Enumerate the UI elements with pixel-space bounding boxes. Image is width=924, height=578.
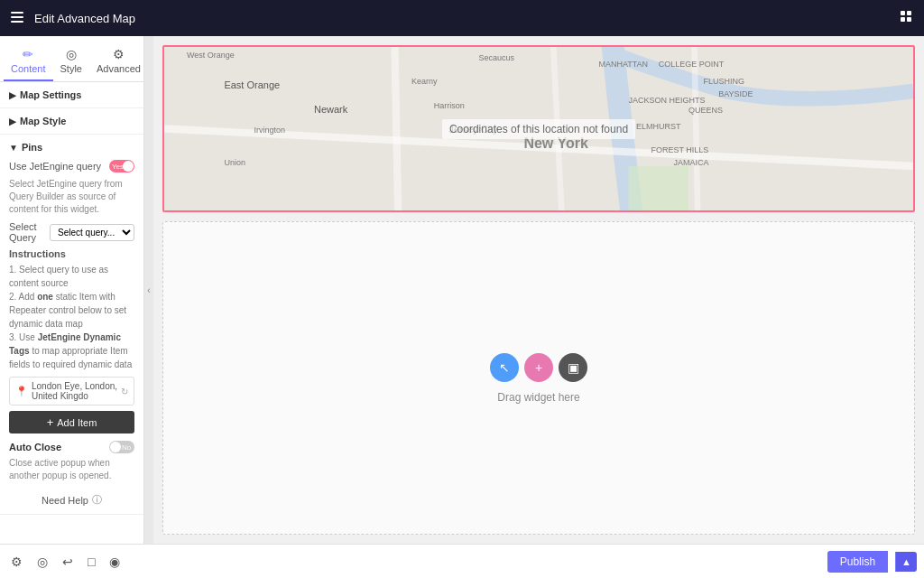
bottom-bar: ⚙ ◎ ↩ □ ◉ Publish ▲	[0, 544, 924, 578]
auto-close-section: Auto Close No Close active popup when an…	[9, 441, 134, 482]
add-item-button[interactable]: + Add Item	[9, 411, 134, 434]
settings-icon[interactable]: ⚙	[7, 551, 26, 573]
publish-button[interactable]: Publish	[827, 551, 888, 573]
advanced-icon: ⚙	[113, 47, 125, 61]
toggle-yes-text: Yes	[109, 163, 124, 171]
location-text: London Eye, London, United Kingdo	[32, 381, 121, 401]
collapse-handle[interactable]: ‹	[144, 36, 153, 544]
widget-drop-area[interactable]: ↖ + ▣ Drag widget here	[162, 221, 915, 535]
jetengine-query-label: Use JetEngine query	[9, 161, 101, 172]
content-icon: ✏	[23, 47, 33, 61]
sidebar-tabs: ✏ Content ◎ Style ⚙ Advanced	[0, 36, 143, 82]
svg-rect-2	[11, 21, 23, 23]
widget-cursor-icon[interactable]: ↖	[490, 353, 519, 382]
publish-dropdown-button[interactable]: ▲	[895, 552, 917, 572]
svg-rect-14	[629, 166, 688, 210]
svg-rect-4	[907, 11, 911, 15]
svg-rect-0	[11, 12, 23, 14]
auto-close-row: Auto Close No	[9, 441, 134, 453]
pins-section: ▼ Pins Use JetEngine query Yes Select Je…	[0, 135, 143, 515]
instructions-title: Instructions	[9, 248, 134, 259]
style-icon: ◎	[66, 47, 77, 61]
map-background: West Orange Secaucus MANHATTAN East Oran…	[164, 47, 913, 210]
map-settings-label: Map Settings	[20, 89, 81, 100]
tab-advanced-label: Advanced	[97, 63, 141, 74]
map-style-arrow: ▶	[9, 117, 16, 126]
pins-arrow: ▼	[9, 143, 18, 153]
svg-rect-5	[901, 17, 905, 22]
auto-close-knob	[110, 442, 121, 452]
map-error-text: Coordinates of this location not found	[442, 119, 635, 139]
tab-content[interactable]: ✏ Content	[4, 43, 53, 81]
map-settings-header[interactable]: ▶ Map Settings	[0, 82, 143, 108]
auto-close-toggle[interactable]: No	[109, 441, 134, 453]
widget-square-icon[interactable]: ▣	[559, 353, 587, 382]
jetengine-help-text: Select JetEngine query from Query Builde…	[9, 178, 134, 216]
map-style-label: Map Style	[20, 116, 66, 126]
drag-widget-text: Drag widget here	[497, 391, 579, 404]
pins-label-text: Pins	[22, 142, 42, 153]
auto-close-description: Close active popup when another popup is…	[9, 457, 134, 482]
instructions-section: Instructions 1. Select query to use as c…	[9, 248, 134, 371]
history-icon[interactable]: □	[84, 551, 98, 573]
svg-rect-6	[907, 17, 911, 22]
main-layout: ✏ Content ◎ Style ⚙ Advanced ▶ Map Setti…	[0, 36, 924, 544]
plus-icon: +	[47, 415, 54, 429]
select-query-dropdown[interactable]: Select query...	[50, 224, 134, 241]
sidebar-content: ▶ Map Settings ▶ Map Style ▼ Pins Use Je…	[0, 82, 143, 544]
circle-icon[interactable]: ◎	[33, 551, 51, 573]
grid-icon[interactable]	[901, 11, 913, 26]
tab-content-label: Content	[11, 63, 46, 74]
location-item: 📍 London Eye, London, United Kingdo ↻	[9, 377, 134, 406]
toggle-knob	[123, 161, 134, 172]
jetengine-query-row: Use JetEngine query Yes	[9, 160, 134, 172]
pins-header[interactable]: ▼ Pins	[9, 142, 134, 153]
undo-icon[interactable]: ↩	[59, 551, 77, 573]
jetengine-query-toggle[interactable]: Yes	[109, 160, 134, 172]
refresh-icon[interactable]: ↻	[121, 387, 128, 396]
page-title: Edit Advanced Map	[34, 12, 901, 25]
auto-close-label: Auto Close	[9, 442, 61, 452]
svg-rect-1	[11, 16, 23, 18]
location-icon: 📍	[15, 386, 28, 397]
tab-style[interactable]: ◎ Style	[53, 43, 89, 81]
main-content: West Orange Secaucus MANHATTAN East Oran…	[153, 36, 924, 544]
tab-style-label: Style	[60, 63, 82, 74]
select-query-label: Select Query	[9, 221, 46, 243]
map-container: West Orange Secaucus MANHATTAN East Oran…	[162, 45, 915, 212]
menu-icon[interactable]	[11, 12, 23, 25]
select-query-section: Select Query Select query...	[9, 221, 134, 243]
instructions-text: 1. Select query to use as content source…	[9, 263, 134, 371]
widget-plus-icon[interactable]: +	[524, 353, 553, 382]
select-query-row: Select Query Select query...	[9, 221, 134, 243]
need-help-text: Need Help	[42, 495, 88, 506]
responsive-icon[interactable]: ◉	[106, 551, 124, 573]
widget-icons-row: ↖ + ▣	[490, 353, 587, 382]
help-icon: ⓘ	[92, 493, 102, 507]
top-bar: Edit Advanced Map	[0, 0, 924, 36]
sidebar: ✏ Content ◎ Style ⚙ Advanced ▶ Map Setti…	[0, 36, 144, 544]
svg-rect-3	[901, 11, 905, 15]
map-settings-arrow: ▶	[9, 90, 16, 100]
add-item-label: Add Item	[57, 417, 97, 428]
map-style-header[interactable]: ▶ Map Style	[0, 108, 143, 135]
need-help[interactable]: Need Help ⓘ	[9, 493, 134, 507]
tab-advanced[interactable]: ⚙ Advanced	[89, 43, 144, 81]
